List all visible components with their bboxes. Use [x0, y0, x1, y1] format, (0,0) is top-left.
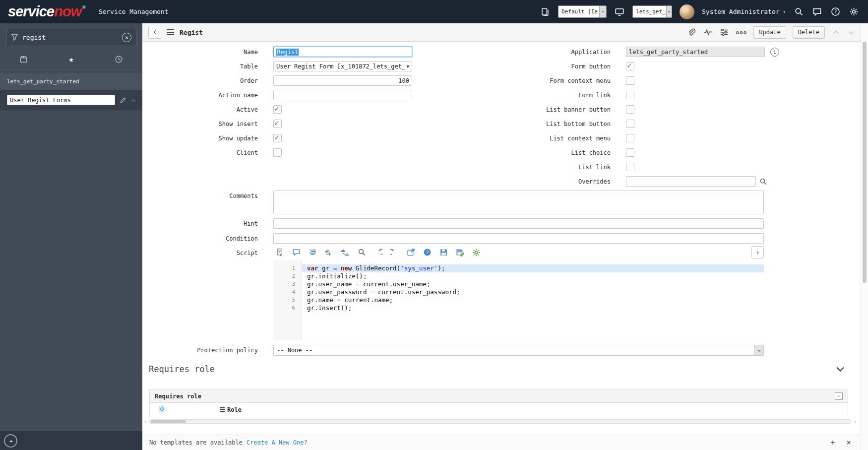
- code-line[interactable]: 3gr.user_name = current.user_name;: [273, 280, 764, 288]
- collapse-sidebar-button[interactable]: ◄: [4, 434, 17, 448]
- save-check-icon[interactable]: [454, 247, 465, 258]
- line-number: 5: [273, 296, 302, 304]
- filter-icon: [11, 33, 18, 42]
- pencil-icon[interactable]: [120, 97, 126, 104]
- user-menu[interactable]: System Administrator ▾: [702, 8, 786, 15]
- show-insert-checkbox[interactable]: ✓: [273, 120, 282, 128]
- code-line[interactable]: 6gr.insert();: [273, 304, 764, 312]
- vertical-scrollbar[interactable]: [861, 23, 868, 450]
- code-lines: 1var gr = new GlideRecord('sys_user');2g…: [273, 260, 764, 312]
- info-icon[interactable]: i: [770, 48, 779, 57]
- script-syntax-icon[interactable]: [274, 247, 285, 258]
- sidebar-search-input[interactable]: [22, 34, 118, 41]
- format-code-icon[interactable]: [307, 247, 318, 258]
- code-line[interactable]: 1var gr = new GlideRecord('sys_user');: [273, 264, 764, 272]
- more-options-button[interactable]: ooo: [736, 29, 747, 36]
- code-editor[interactable]: 1var gr = new GlideRecord('sys_user');2g…: [273, 260, 764, 340]
- check-icon: ✓: [274, 132, 279, 142]
- overrides-input[interactable]: [626, 176, 756, 187]
- name-input[interactable]: Regist: [273, 47, 412, 57]
- search-icon[interactable]: [356, 247, 367, 258]
- expand-editor-button[interactable]: ›: [751, 246, 764, 258]
- form-column-left: Name Regist Table User Regist Form [x_10…: [142, 45, 412, 160]
- tab-favorites[interactable]: ★: [48, 51, 95, 67]
- clear-search-button[interactable]: ×: [122, 33, 131, 42]
- code-line[interactable]: 5gr.name = current.name;: [273, 296, 764, 304]
- action-name-input[interactable]: [273, 90, 412, 100]
- previous-record-icon[interactable]: [831, 28, 840, 37]
- update-button[interactable]: Update: [753, 26, 786, 39]
- servicenow-logo[interactable]: servicenow®: [8, 4, 86, 19]
- monitor-icon[interactable]: [614, 6, 625, 17]
- active-checkbox[interactable]: ✓: [273, 105, 282, 114]
- book-icon[interactable]: [540, 6, 551, 17]
- delete-button[interactable]: Delete: [793, 26, 825, 39]
- activity-icon[interactable]: [703, 27, 713, 37]
- sidebar-item-user-regist-forms[interactable]: User Regist Forms ☆: [0, 90, 142, 110]
- undo-icon[interactable]: [372, 247, 383, 258]
- form-context-menu-icon[interactable]: [167, 29, 174, 35]
- code-line[interactable]: 2gr.initialize();: [273, 272, 764, 280]
- order-input[interactable]: [273, 75, 412, 86]
- editor-settings-gear-icon[interactable]: [471, 247, 482, 258]
- code-line[interactable]: 4gr.user_password = current.user_passwor…: [273, 288, 764, 296]
- form-row: Hint: [142, 218, 764, 229]
- form-button-checkbox[interactable]: ✓: [626, 62, 634, 70]
- scroll-right-icon[interactable]: ›: [853, 419, 857, 424]
- comments-textarea[interactable]: [273, 191, 764, 214]
- horizontal-scroll-thumb[interactable]: [150, 420, 186, 423]
- back-button[interactable]: ‹: [148, 26, 161, 39]
- tab-history[interactable]: [95, 51, 142, 67]
- horizontal-scrollbar[interactable]: ‹ ›: [144, 418, 857, 425]
- sliders-icon[interactable]: [719, 27, 729, 37]
- redo-icon[interactable]: [389, 247, 400, 258]
- open-window-icon[interactable]: [405, 247, 416, 258]
- avatar[interactable]: [680, 4, 694, 19]
- table-select[interactable]: User Regist Form [x_101872_lets_get_u…▼: [273, 61, 412, 71]
- list-link-checkbox[interactable]: ✓: [626, 163, 634, 171]
- close-template-bar-button[interactable]: ×: [844, 439, 854, 447]
- update-set-picker[interactable]: Default [Ie ▾: [558, 5, 607, 18]
- list-gear-icon[interactable]: [158, 405, 166, 415]
- show-update-checkbox[interactable]: ✓: [273, 134, 282, 142]
- list-banner-button-checkbox[interactable]: ✓: [626, 105, 634, 114]
- help-icon[interactable]: ?: [830, 6, 841, 17]
- form-context-menu-checkbox[interactable]: ✓: [626, 76, 634, 85]
- condition-input[interactable]: [273, 233, 764, 244]
- form-link-checkbox[interactable]: ✓: [626, 91, 634, 99]
- requires-role-section-header[interactable]: Requires role: [149, 360, 846, 379]
- script-toolbar: ab abab: [273, 246, 764, 259]
- replace-all-icon[interactable]: abab: [340, 247, 351, 258]
- create-template-link[interactable]: Create A New One?: [247, 439, 308, 446]
- vertical-scroll-thumb[interactable]: [863, 42, 867, 283]
- replace-icon[interactable]: ab: [323, 247, 334, 258]
- application-picker[interactable]: lets_get_pa ▾: [632, 5, 672, 18]
- gear-icon[interactable]: [848, 6, 859, 17]
- search-icon[interactable]: [793, 6, 804, 17]
- save-icon[interactable]: [438, 247, 449, 258]
- role-column-header[interactable]: Role: [220, 406, 242, 413]
- add-template-button[interactable]: +: [828, 439, 838, 447]
- horizontal-scroll-track[interactable]: [149, 419, 852, 424]
- list-context-menu-checkbox[interactable]: ✓: [626, 134, 634, 142]
- form-row: Comments: [142, 191, 764, 214]
- line-number: 1: [273, 264, 302, 272]
- collapse-list-button[interactable]: −: [835, 392, 843, 400]
- next-record-icon[interactable]: [847, 28, 856, 37]
- chat-icon[interactable]: [811, 6, 822, 17]
- scroll-left-icon[interactable]: ‹: [144, 419, 147, 424]
- toggle-comment-icon[interactable]: [291, 247, 302, 258]
- help-icon[interactable]: ?: [422, 247, 433, 258]
- collapse-section-icon[interactable]: [835, 364, 846, 375]
- list-choice-checkbox[interactable]: ✓: [626, 148, 634, 157]
- paperclip-icon[interactable]: [686, 27, 696, 37]
- column-menu-icon: [220, 407, 225, 412]
- client-checkbox[interactable]: ✓: [273, 148, 282, 157]
- hint-input[interactable]: [273, 218, 764, 229]
- list-bottom-button-checkbox[interactable]: ✓: [626, 120, 634, 128]
- lookup-icon[interactable]: [759, 178, 767, 186]
- tab-all-applications[interactable]: [0, 51, 48, 67]
- protection-policy-select[interactable]: -- None --: [273, 345, 764, 356]
- star-outline-icon[interactable]: ☆: [131, 96, 135, 105]
- form-row: Show update ✓: [142, 131, 412, 145]
